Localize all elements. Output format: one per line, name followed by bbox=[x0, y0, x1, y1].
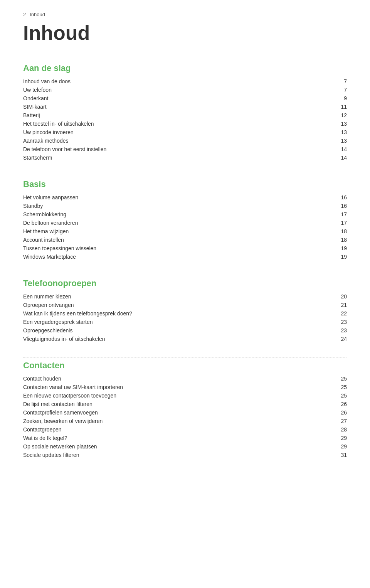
toc-item: Het volume aanpassen16 bbox=[23, 193, 347, 202]
toc-item-page: 25 bbox=[331, 393, 347, 399]
toc-item-label: Onderkant bbox=[23, 95, 331, 101]
toc-item: Onderkant9 bbox=[23, 94, 347, 103]
toc-item: Wat kan ik tijdens een telefoongesprek d… bbox=[23, 309, 347, 318]
toc-item-label: Een nieuwe contactpersoon toevoegen bbox=[23, 393, 331, 399]
toc-item-page: 11 bbox=[331, 104, 347, 110]
toc-item-label: Contact houden bbox=[23, 376, 331, 382]
toc-item: Tussen toepassingen wisselen19 bbox=[23, 244, 347, 253]
toc-item: Schermblokkering17 bbox=[23, 210, 347, 219]
toc-item: Uw telefoon7 bbox=[23, 86, 347, 94]
toc-item: Uw pincode invoeren13 bbox=[23, 128, 347, 136]
toc-item: Contacten vanaf uw SIM-kaart importeren2… bbox=[23, 383, 347, 391]
toc-item: SIM-kaart11 bbox=[23, 103, 347, 111]
toc-item: De lijst met contacten filteren26 bbox=[23, 400, 347, 408]
toc-item-page: 22 bbox=[331, 310, 347, 317]
toc-item-page: 17 bbox=[331, 220, 347, 226]
toc-item: Het thema wijzigen18 bbox=[23, 227, 347, 236]
toc-item-page: 26 bbox=[331, 401, 347, 407]
toc-item-label: Contacten vanaf uw SIM-kaart importeren bbox=[23, 384, 331, 390]
section-title-telefoonoproepen: Telefoonoproepen bbox=[23, 278, 347, 288]
toc-item-page: 18 bbox=[331, 237, 347, 243]
toc-item-page: 24 bbox=[331, 336, 347, 342]
toc-item-label: SIM-kaart bbox=[23, 104, 331, 110]
toc-item-page: 27 bbox=[331, 418, 347, 424]
toc-item-label: Aanraak methodes bbox=[23, 138, 331, 144]
toc-item-label: Windows Marketplace bbox=[23, 254, 331, 260]
toc-item-page: 13 bbox=[331, 129, 347, 135]
toc-item-label: Schermblokkering bbox=[23, 211, 331, 217]
toc-item: Het toestel in- of uitschakelen13 bbox=[23, 120, 347, 128]
toc-item-label: Sociale updates filteren bbox=[23, 452, 331, 458]
toc-item-label: Oproepgeschiedenis bbox=[23, 327, 331, 334]
toc-item-page: 16 bbox=[331, 194, 347, 200]
toc-item-page: 7 bbox=[331, 87, 347, 93]
toc-item: Oproepen ontvangen21 bbox=[23, 301, 347, 309]
toc-item-page: 23 bbox=[331, 327, 347, 334]
toc-item: Batterij12 bbox=[23, 111, 347, 120]
section-aan-de-slag: Aan de slagInhoud van de doos7Uw telefoo… bbox=[23, 60, 347, 162]
toc-item: Inhoud van de doos7 bbox=[23, 77, 347, 86]
toc-item-label: Account instellen bbox=[23, 237, 331, 243]
page-wrapper: 2 Inhoud Inhoud Aan de slagInhoud van de… bbox=[0, 0, 370, 496]
page-number: 2 bbox=[23, 12, 26, 17]
page-number-line: 2 Inhoud bbox=[23, 12, 347, 17]
toc-item: Aanraak methodes13 bbox=[23, 136, 347, 145]
toc-item-label: Standby bbox=[23, 203, 331, 209]
page-number-label: Inhoud bbox=[30, 12, 45, 17]
main-title: Inhoud bbox=[23, 21, 347, 44]
section-title-aan-de-slag: Aan de slag bbox=[23, 63, 347, 73]
toc-item-label: Wat is de Ik tegel? bbox=[23, 435, 331, 441]
toc-item-label: De lijst met contacten filteren bbox=[23, 401, 331, 407]
section-contacten: ContactenContact houden25Contacten vanaf… bbox=[23, 357, 347, 459]
toc-item: Windows Marketplace19 bbox=[23, 253, 347, 261]
toc-item-label: Contactgroepen bbox=[23, 426, 331, 433]
toc-item-page: 14 bbox=[331, 146, 347, 152]
toc-item-label: Oproepen ontvangen bbox=[23, 302, 331, 308]
toc-item-label: Op sociale netwerken plaatsen bbox=[23, 443, 331, 450]
toc-item-page: 29 bbox=[331, 443, 347, 450]
toc-item-label: Een vergadergesprek starten bbox=[23, 319, 331, 325]
toc-item-label: Vliegtuigmodus in- of uitschakelen bbox=[23, 336, 331, 342]
toc-item-page: 13 bbox=[331, 138, 347, 144]
toc-item-label: Inhoud van de doos bbox=[23, 78, 331, 84]
toc-item-page: 29 bbox=[331, 435, 347, 441]
toc-item: Account instellen18 bbox=[23, 236, 347, 244]
toc-item-page: 28 bbox=[331, 426, 347, 433]
toc-item-label: Wat kan ik tijdens een telefoongesprek d… bbox=[23, 310, 331, 317]
toc-item: Standby16 bbox=[23, 202, 347, 210]
toc-item-page: 26 bbox=[331, 409, 347, 416]
toc-item: Sociale updates filteren31 bbox=[23, 451, 347, 459]
toc-item-label: De beltoon veranderen bbox=[23, 220, 331, 226]
toc-item: Contactgroepen28 bbox=[23, 425, 347, 434]
toc-item-label: Het volume aanpassen bbox=[23, 194, 331, 200]
toc-item-label: Het thema wijzigen bbox=[23, 228, 331, 234]
section-title-basis: Basis bbox=[23, 179, 347, 189]
toc-item-label: De telefoon voor het eerst instellen bbox=[23, 146, 331, 152]
section-basis: BasisHet volume aanpassen16Standby16Sche… bbox=[23, 176, 347, 261]
toc-item-page: 19 bbox=[331, 254, 347, 260]
toc-item-page: 17 bbox=[331, 211, 347, 217]
toc-item-label: Startscherm bbox=[23, 155, 331, 161]
section-header-basis: Basis bbox=[23, 176, 347, 189]
toc-item-label: Het toestel in- of uitschakelen bbox=[23, 121, 331, 127]
sections-container: Aan de slagInhoud van de doos7Uw telefoo… bbox=[23, 60, 347, 459]
toc-item: De beltoon veranderen17 bbox=[23, 219, 347, 227]
toc-item-page: 16 bbox=[331, 203, 347, 209]
section-header-telefoonoproepen: Telefoonoproepen bbox=[23, 275, 347, 288]
toc-item: Op sociale netwerken plaatsen29 bbox=[23, 442, 347, 451]
toc-item-page: 31 bbox=[331, 452, 347, 458]
toc-item-page: 23 bbox=[331, 319, 347, 325]
toc-item: De telefoon voor het eerst instellen14 bbox=[23, 145, 347, 153]
toc-item-page: 13 bbox=[331, 121, 347, 127]
toc-item-label: Uw telefoon bbox=[23, 87, 331, 93]
toc-item: Een nieuwe contactpersoon toevoegen25 bbox=[23, 391, 347, 400]
section-header-aan-de-slag: Aan de slag bbox=[23, 60, 347, 73]
toc-item-page: 25 bbox=[331, 384, 347, 390]
toc-item: Zoeken, bewerken of verwijderen27 bbox=[23, 417, 347, 425]
toc-item-page: 19 bbox=[331, 245, 347, 251]
section-header-contacten: Contacten bbox=[23, 357, 347, 371]
section-telefoonoproepen: TelefoonoproepenEen nummer kiezen20Oproe… bbox=[23, 275, 347, 343]
toc-item: Contactprofielen samenvoegen26 bbox=[23, 408, 347, 417]
toc-item-label: Contactprofielen samenvoegen bbox=[23, 409, 331, 416]
toc-item: Een vergadergesprek starten23 bbox=[23, 318, 347, 326]
